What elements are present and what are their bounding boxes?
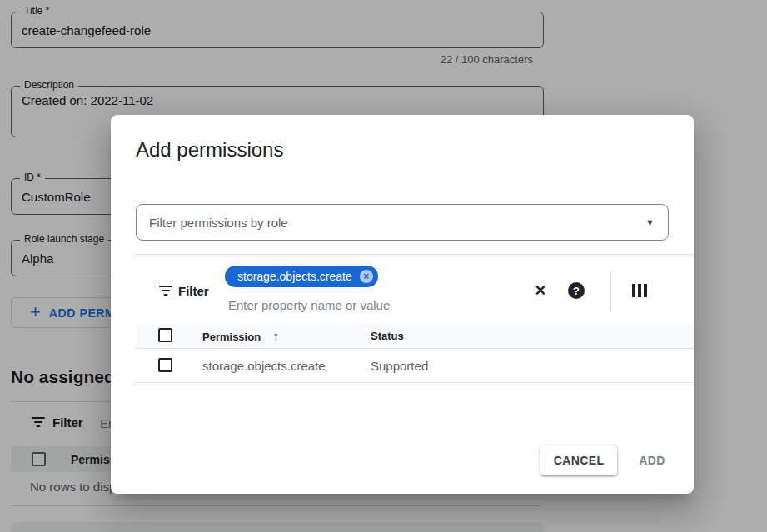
dialog-filter-label: Filter [178,284,209,298]
column-display-options-icon[interactable] [632,284,648,297]
chip-remove-icon[interactable]: × [360,270,373,283]
dialog-title: Add permissions [136,138,283,162]
filter-icon [159,286,172,296]
dialog-table-header: Permission ↑ Status [136,324,694,349]
sort-ascending-icon: ↑ [272,330,280,344]
permission-cell: storage.objects.create [202,359,326,373]
filter-chip-label: storage.objects.create [237,270,352,283]
chevron-down-icon: ▼ [645,217,655,227]
status-column-header[interactable]: Status [371,330,404,342]
permission-column-header[interactable]: Permission ↑ [202,330,280,344]
toolbar-top-divider [136,254,694,255]
help-icon[interactable]: ? [568,282,585,299]
role-filter-dropdown[interactable]: Filter permissions by role ▼ [136,204,669,241]
table-row[interactable]: storage.objects.create Supported [136,349,694,383]
clear-filter-icon[interactable]: × [529,279,552,302]
role-filter-placeholder: Filter permissions by role [149,216,288,230]
status-cell: Supported [371,359,428,373]
row-checkbox[interactable] [158,358,172,372]
create-role-page: Title * create-changefeed-role 22 / 100 … [0,0,767,532]
cancel-button[interactable]: CANCEL [540,445,617,475]
filter-chip[interactable]: storage.objects.create × [225,266,378,287]
add-permissions-dialog: Add permissions Filter permissions by ro… [111,115,694,494]
add-button[interactable]: ADD [625,445,679,475]
select-all-checkbox[interactable] [158,328,172,342]
toolbar-divider [610,271,611,311]
dialog-filter-input[interactable]: Enter property name or value [228,298,390,312]
